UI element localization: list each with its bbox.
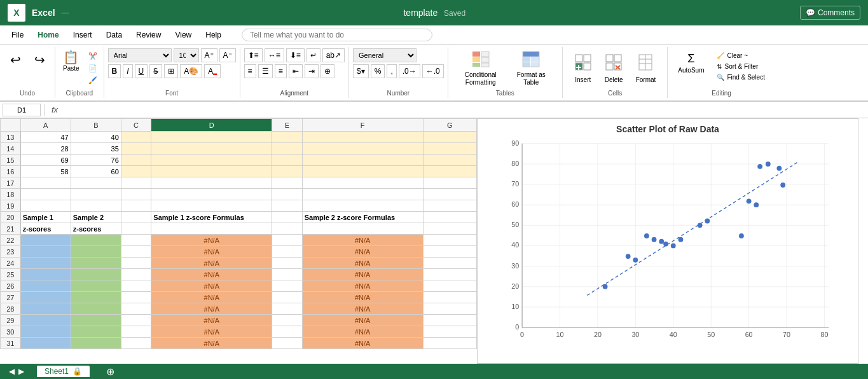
cell-d22[interactable]: #N/A (151, 235, 272, 246)
cell-b17[interactable] (71, 177, 121, 189)
menu-insert[interactable]: Insert (67, 28, 99, 42)
cell-a19[interactable] (20, 200, 71, 212)
col-header-c[interactable]: C (121, 119, 151, 132)
cell-f18[interactable] (302, 189, 423, 200)
cell-e24[interactable] (272, 258, 302, 269)
col-header-a[interactable]: A (20, 119, 71, 132)
formula-input[interactable] (63, 106, 865, 114)
cell-b19[interactable] (71, 200, 121, 212)
cell-d19[interactable] (151, 200, 272, 212)
cell-g23[interactable] (423, 246, 476, 258)
cell-name-box[interactable] (3, 104, 41, 116)
cell-g22[interactable] (423, 235, 476, 246)
align-right-button[interactable]: ≡ (275, 64, 287, 78)
cell-a18[interactable] (20, 189, 71, 200)
cell-e13[interactable] (272, 132, 302, 143)
cell-a30[interactable] (20, 326, 71, 338)
cell-a17[interactable] (20, 177, 71, 189)
cell-b13[interactable]: 40 (71, 132, 121, 143)
cell-e31[interactable] (272, 338, 302, 349)
cell-g20[interactable] (423, 212, 476, 223)
cell-d18[interactable] (151, 189, 272, 200)
italic-button[interactable]: I (123, 64, 132, 78)
cell-c22[interactable] (121, 235, 151, 246)
cell-d14[interactable] (151, 143, 272, 155)
bold-button[interactable]: B (108, 64, 121, 78)
cell-d25[interactable]: #N/A (151, 269, 272, 280)
cell-a28[interactable] (20, 303, 71, 315)
col-header-g[interactable]: G (423, 119, 476, 132)
cell-e22[interactable] (272, 235, 302, 246)
cell-e14[interactable] (272, 143, 302, 155)
cell-d31[interactable]: #N/A (151, 338, 272, 349)
paste-button[interactable]: 📋 Paste (59, 48, 83, 74)
cell-f15[interactable] (302, 155, 423, 166)
cell-d30[interactable]: #N/A (151, 326, 272, 338)
cell-g24[interactable] (423, 258, 476, 269)
cell-f20[interactable]: Sample 2 z-score Formulas (302, 212, 423, 223)
cell-a20[interactable]: Sample 1 (20, 212, 71, 223)
menu-data[interactable]: Data (100, 28, 128, 42)
cell-a13[interactable]: 47 (20, 132, 71, 143)
cell-f19[interactable] (302, 200, 423, 212)
border-button[interactable]: ⊞ (164, 64, 178, 78)
cell-c13[interactable] (121, 132, 151, 143)
number-format-selector[interactable]: General (353, 48, 417, 62)
cell-a23[interactable] (20, 246, 71, 258)
cell-f24[interactable]: #N/A (302, 258, 423, 269)
percent-button[interactable]: % (371, 64, 385, 78)
cell-e23[interactable] (272, 246, 302, 258)
align-left-button[interactable]: ≡ (244, 64, 256, 78)
col-header-b[interactable]: B (71, 119, 121, 132)
cell-b26[interactable] (71, 280, 121, 292)
cell-b21[interactable]: z-scores (71, 223, 121, 235)
menu-view[interactable]: View (169, 28, 198, 42)
format-as-table-button[interactable]: Format as Table (509, 49, 554, 88)
cell-a29[interactable] (20, 315, 71, 326)
cell-c24[interactable] (121, 258, 151, 269)
cell-g31[interactable] (423, 338, 476, 349)
cell-f31[interactable]: #N/A (302, 338, 423, 349)
decrease-indent-button[interactable]: ⇤ (289, 64, 303, 78)
cell-b22[interactable] (71, 235, 121, 246)
cell-g18[interactable] (423, 189, 476, 200)
wrap-text-button[interactable]: ↵ (307, 48, 320, 62)
menu-home[interactable]: Home (31, 28, 65, 42)
copy-button[interactable]: 📄 (86, 63, 100, 74)
cell-c21[interactable] (121, 223, 151, 235)
cell-g29[interactable] (423, 315, 476, 326)
cell-c17[interactable] (121, 177, 151, 189)
cell-f27[interactable]: #N/A (302, 292, 423, 303)
cell-b27[interactable] (71, 292, 121, 303)
delete-cells-button[interactable]: Delete (600, 52, 628, 85)
comments-button[interactable]: 💬 Comments (800, 6, 860, 20)
font-color-button[interactable]: A▂ (204, 64, 221, 78)
menu-review[interactable]: Review (130, 28, 167, 42)
comma-button[interactable]: , (387, 64, 396, 78)
cell-a26[interactable] (20, 280, 71, 292)
cell-d17[interactable] (151, 177, 272, 189)
add-sheet-button[interactable]: ⊕ (102, 366, 118, 378)
cell-f22[interactable]: #N/A (302, 235, 423, 246)
cell-f21[interactable] (302, 223, 423, 235)
col-header-f[interactable]: F (302, 119, 423, 132)
cell-e29[interactable] (272, 315, 302, 326)
cell-d23[interactable]: #N/A (151, 246, 272, 258)
sort-filter-button[interactable]: ⇅ Sort & Filter (712, 62, 769, 71)
increase-decimal-button[interactable]: .0→ (399, 64, 420, 78)
cell-c15[interactable] (121, 155, 151, 166)
cell-e17[interactable] (272, 177, 302, 189)
cell-a22[interactable] (20, 235, 71, 246)
cell-c19[interactable] (121, 200, 151, 212)
cell-g30[interactable] (423, 326, 476, 338)
cell-f16[interactable] (302, 166, 423, 177)
cell-d28[interactable]: #N/A (151, 303, 272, 315)
increase-font-button[interactable]: A⁺ (201, 48, 217, 62)
merge-center-button[interactable]: ⊕ (320, 64, 334, 78)
cell-b24[interactable] (71, 258, 121, 269)
cell-f25[interactable]: #N/A (302, 269, 423, 280)
currency-button[interactable]: $▾ (353, 64, 369, 78)
cell-c16[interactable] (121, 166, 151, 177)
cell-d16[interactable] (151, 166, 272, 177)
cell-e19[interactable] (272, 200, 302, 212)
